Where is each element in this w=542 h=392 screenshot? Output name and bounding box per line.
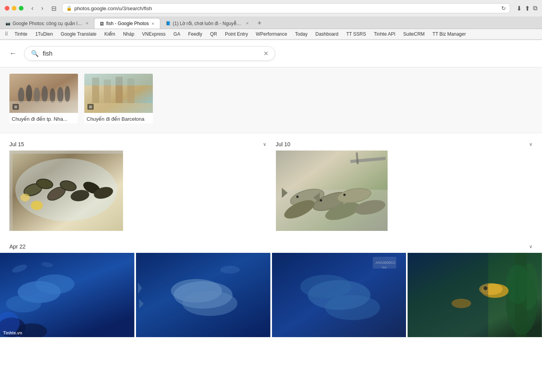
chevron-down-icon-jul15: ∨ <box>263 142 266 147</box>
title-bar: ‹ › ⊟ 🔒 photos.google.com/u/3/search/fis… <box>0 0 542 16</box>
share-button[interactable]: ⬆ <box>525 5 530 12</box>
bookmark-nhap[interactable]: Nháp <box>120 31 138 38</box>
photos-area: Jul 15 ∨ <box>0 133 542 343</box>
svg-rect-86 <box>408 253 488 337</box>
download-button[interactable]: ⬇ <box>517 5 522 12</box>
date-label-jul15: Jul 15 <box>9 141 24 147</box>
bookmark-qr[interactable]: QR <box>207 31 220 38</box>
album-stack-icon-1: ⊞ <box>13 104 19 110</box>
forward-nav-button[interactable]: › <box>39 4 45 13</box>
tab-label-3: (1) Lờ rồi, chơi luôn đi - Nguyễn Ngọc D… <box>173 21 243 26</box>
bookmark-vnexpress[interactable]: VNExpress <box>139 31 169 38</box>
search-icon: 🔍 <box>31 50 39 57</box>
svg-point-30 <box>20 194 30 201</box>
album-label-nha: Chuyến đi đến tp. Nha... <box>9 113 78 123</box>
bookmark-tinhte-api[interactable]: Tinhte API <box>371 31 399 38</box>
back-nav-button[interactable]: ‹ <box>29 4 36 13</box>
svg-point-48 <box>343 194 346 196</box>
photo-mussels-svg <box>9 151 123 231</box>
browser-chrome: ‹ › ⊟ 🔒 photos.google.com/u/3/search/fis… <box>0 0 542 40</box>
bookmark-suitecrm[interactable]: SuiteCRM <box>400 31 428 38</box>
tab-close-2[interactable]: ✕ <box>151 22 154 26</box>
svg-point-3 <box>34 87 40 103</box>
two-col-date-sections: Jul 15 ∨ <box>0 136 542 231</box>
maximize-button[interactable] <box>19 6 24 11</box>
tab-bar: 📷 Google Photos: công cụ quản lý ảnh tốt… <box>0 16 542 29</box>
bookmark-point-entry[interactable]: Point Entry <box>222 31 251 38</box>
date-col-photos-jul15 <box>9 151 266 231</box>
album-thumbnail-barcelona: ⊞ <box>84 74 153 113</box>
date-section-apr22: Apr 22 ∨ <box>0 237 542 337</box>
date-col-jul15: Jul 15 ∨ <box>9 136 266 231</box>
aquarium-svg-4 <box>408 253 542 337</box>
albums-section: ⊞ Chuyến đi đến tp. Nha... <box>0 67 542 133</box>
svg-rect-67 <box>136 253 270 337</box>
album-barcelona[interactable]: ⊞ Chuyến đi đến Barcelona <box>84 74 153 123</box>
tab-fish-search[interactable]: 🖼 fish - Google Photos ✕ <box>94 18 160 29</box>
chevron-down-icon-apr22: ∨ <box>529 244 533 249</box>
photo-aquarium-4[interactable] <box>408 253 542 337</box>
tab-close-3[interactable]: ✕ <box>246 21 249 25</box>
bookmark-feedly[interactable]: Feedly <box>185 31 205 38</box>
photo-mussels[interactable] <box>9 151 123 231</box>
bookmark-1tudien[interactable]: 1TuDien <box>32 31 56 38</box>
bookmark-bar: ⠿ Tinhte 1TuDien Google Translate Kiểm N… <box>0 29 542 40</box>
bookmark-kiem[interactable]: Kiểm <box>101 31 118 38</box>
bookmark-dashboard[interactable]: Dashboard <box>312 31 342 38</box>
clear-search-button[interactable]: ✕ <box>263 50 268 57</box>
bookmark-tt-biz-manager[interactable]: TT Biz Manager <box>430 31 469 38</box>
new-window-button[interactable]: ⧉ <box>533 5 537 12</box>
page-content: ← 🔍 fish ✕ <box>0 40 542 392</box>
photo-aquarium-2[interactable] <box>136 253 270 337</box>
tab-label-2: fish - Google Photos <box>106 21 149 26</box>
svg-point-1 <box>18 87 24 103</box>
search-query-text: fish <box>43 50 259 57</box>
minimize-button[interactable] <box>12 6 16 11</box>
photo-aquarium-3[interactable]: AHA3000CC RA <box>272 253 406 337</box>
close-button[interactable] <box>5 6 9 11</box>
bookmark-today[interactable]: Today <box>292 31 311 38</box>
album-stack-icon-2: ⊞ <box>87 104 94 110</box>
date-header-jul10[interactable]: Jul 10 ∨ <box>276 136 533 151</box>
bookmark-tt-ssrs[interactable]: TT SSRS <box>343 31 369 38</box>
bookmark-ga[interactable]: GA <box>170 31 183 38</box>
reload-button[interactable]: ↻ <box>501 5 506 11</box>
svg-point-55 <box>6 295 41 312</box>
aquarium-svg-3: AHA3000CC RA <box>272 253 406 337</box>
sidebar-toggle-button[interactable]: ⊟ <box>49 4 59 13</box>
svg-point-6 <box>57 87 63 103</box>
address-bar[interactable]: 🔒 photos.google.com/u/3/search/fish ↻ <box>62 3 510 13</box>
apr-photos-row: Tinhte.vn <box>0 253 542 337</box>
photo-fish-market-svg <box>276 151 388 231</box>
date-col-photos-jul10 <box>276 151 533 231</box>
tab-close-1[interactable]: ✕ <box>85 21 89 25</box>
bookmark-tinhte[interactable]: Tinhte <box>11 31 31 38</box>
svg-point-46 <box>296 196 299 198</box>
tab-label-1: Google Photos: công cụ quản lý ảnh tốt n… <box>13 21 83 26</box>
photo-aquarium-1[interactable]: Tinhte.vn <box>0 253 134 337</box>
back-button[interactable]: ← <box>8 48 18 59</box>
svg-point-29 <box>31 201 43 210</box>
svg-rect-14 <box>84 74 153 85</box>
aquarium-svg-1: Tinhte.vn <box>0 253 134 337</box>
photo-fish-market[interactable] <box>276 151 388 231</box>
bookmark-google-translate[interactable]: Google Translate <box>58 31 100 38</box>
lock-icon: 🔒 <box>66 5 72 11</box>
svg-point-4 <box>42 86 48 102</box>
svg-point-7 <box>65 86 70 102</box>
bookmark-wperformance[interactable]: WPerformance <box>253 31 290 38</box>
tab-google-photos[interactable]: 📷 Google Photos: công cụ quản lý ảnh tốt… <box>0 18 94 29</box>
apps-icon[interactable]: ⠿ <box>5 31 8 37</box>
tab-favicon-2: 🖼 <box>100 22 104 26</box>
svg-rect-76 <box>272 253 406 337</box>
album-nha-trang[interactable]: ⊞ Chuyến đi đến tp. Nha... <box>9 74 78 123</box>
album-thumbnail-nha: ⊞ <box>9 74 78 113</box>
date-header-apr22[interactable]: Apr 22 ∨ <box>0 237 542 253</box>
aquarium-svg-2 <box>136 253 270 337</box>
tab-facebook[interactable]: 📘 (1) Lờ rồi, chơi luôn đi - Nguyễn Ngọc… <box>160 18 254 29</box>
chevron-down-icon-jul10: ∨ <box>529 142 533 147</box>
search-box[interactable]: 🔍 fish ✕ <box>24 46 275 61</box>
date-header-jul15[interactable]: Jul 15 ∨ <box>9 136 266 151</box>
new-tab-button[interactable]: + <box>254 18 265 29</box>
svg-point-2 <box>26 85 32 102</box>
